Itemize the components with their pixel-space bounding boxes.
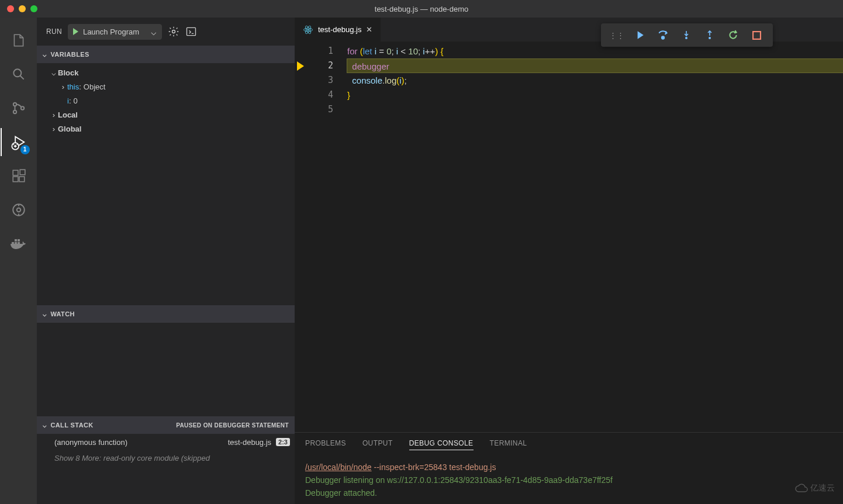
code-line[interactable]: } [347,88,843,102]
chevron-right-icon: › [50,125,58,133]
svg-point-3 [20,106,23,109]
docker-icon[interactable] [5,230,33,258]
code-line[interactable]: debugger [347,58,843,73]
chevron-down-icon: ⌵ [50,68,58,77]
run-debug-icon[interactable]: 1 [5,128,33,156]
code-editor[interactable]: 12345 for (let i = 0; i < 10; i++) { deb… [295,42,843,432]
drag-handle-icon[interactable]: ⋮⋮ [607,31,627,40]
svg-rect-14 [15,239,17,241]
svg-point-1 [13,103,16,106]
svg-point-16 [172,30,175,33]
window-controls [7,5,37,12]
chevron-right-icon: › [59,82,67,91]
debug-badge: 1 [20,145,30,154]
line-number[interactable]: 3 [295,73,347,88]
window-title: test-debug.js — node-demo [375,5,468,13]
react-file-icon [303,25,313,35]
svg-rect-7 [19,177,25,182]
callstack-header[interactable]: ⌵ CALL STACK PAUSED ON DEBUGGER STATEMEN… [37,416,295,434]
stack-frame[interactable]: (anonymous function)test-debug.js2:3 [37,434,295,450]
chevron-down-icon: ⌵ [43,422,47,429]
minimize-window-icon[interactable] [19,5,26,12]
bottom-panel: PROBLEMSOUTPUTDEBUG CONSOLETERMINAL /usr… [295,432,843,504]
titlebar: test-debug.js — node-demo [0,0,843,18]
extensions-icon[interactable] [5,162,33,190]
execution-pointer-icon [297,61,304,71]
start-debug-icon[interactable] [73,28,78,35]
editor-tab[interactable]: test-debug.js ✕ [295,18,381,42]
line-number[interactable]: 1 [295,44,347,58]
svg-point-23 [685,37,687,39]
debug-console-toggle-icon[interactable] [185,26,197,37]
line-number[interactable]: 2 [295,58,347,73]
variables-header[interactable]: ⌵ VARIABLES [37,46,295,63]
run-header: RUN Launch Program ⌵ [37,18,295,46]
search-icon[interactable] [5,60,33,88]
line-number[interactable]: 5 [295,102,347,117]
svg-rect-8 [20,170,25,175]
code-line[interactable]: console.log(i); [347,73,843,88]
line-number[interactable]: 4 [295,88,347,102]
close-window-icon[interactable] [7,5,14,12]
stack-show-more[interactable]: Show 8 More: read-only core module (skip… [37,450,295,462]
debug-console[interactable]: /usr/local/bin/node --inspect-brk=25843 … [295,456,843,504]
variable-scope[interactable]: ⌵Block [37,65,295,80]
svg-point-22 [662,36,665,39]
node-path-link[interactable]: /usr/local/bin/node [305,462,372,472]
watch-header[interactable]: ⌵ WATCH [37,305,295,323]
panel-tab[interactable]: DEBUG CONSOLE [409,439,474,450]
svg-rect-15 [18,239,20,241]
chevron-down-icon: ⌵ [43,51,47,58]
chevron-down-icon: ⌵ [151,26,157,37]
editor-area: test-debug.js ✕ ⋮⋮ 12345 for (let i = 0;… [295,18,843,504]
variable-scope[interactable]: ›Global [37,122,295,136]
svg-point-18 [308,29,309,30]
panel-tab[interactable]: TERMINAL [490,439,527,450]
gear-icon[interactable] [168,26,179,37]
variable-scope[interactable]: ›Local [37,108,295,122]
variable-item[interactable]: i:0 [37,94,295,108]
panel-tabs: PROBLEMSOUTPUTDEBUG CONSOLETERMINAL [295,433,843,456]
close-icon[interactable]: ✕ [366,25,372,34]
code-line[interactable] [347,102,843,117]
svg-rect-6 [13,177,18,182]
svg-point-24 [709,37,711,39]
svg-point-2 [13,111,16,113]
maximize-window-icon[interactable] [30,5,37,12]
variable-item[interactable]: ›this:Object [37,80,295,94]
source-control-icon[interactable] [5,94,33,122]
watermark: 亿速云 [795,483,835,493]
activity-bar: 1 [0,18,37,504]
explorer-icon[interactable] [5,26,33,54]
gitlens-icon[interactable] [5,196,33,224]
svg-rect-17 [187,27,196,35]
pause-reason: PAUSED ON DEBUGGER STATEMENT [176,422,289,429]
launch-config-select[interactable]: Launch Program ⌵ [68,24,162,40]
chevron-right-icon: › [50,111,58,119]
run-label: RUN [46,27,62,36]
svg-point-10 [16,208,20,212]
panel-tab[interactable]: PROBLEMS [305,439,346,450]
panel-tab[interactable]: OUTPUT [362,439,393,450]
svg-point-0 [13,69,21,77]
run-sidebar: RUN Launch Program ⌵ ⌵ VARIABLES ⌵Block›… [37,18,295,504]
code-line[interactable]: for (let i = 0; i < 10; i++) { [347,44,843,58]
svg-rect-25 [753,32,761,39]
config-name: Launch Program [83,27,139,36]
chevron-down-icon: ⌵ [43,310,47,318]
svg-rect-5 [13,170,18,175]
